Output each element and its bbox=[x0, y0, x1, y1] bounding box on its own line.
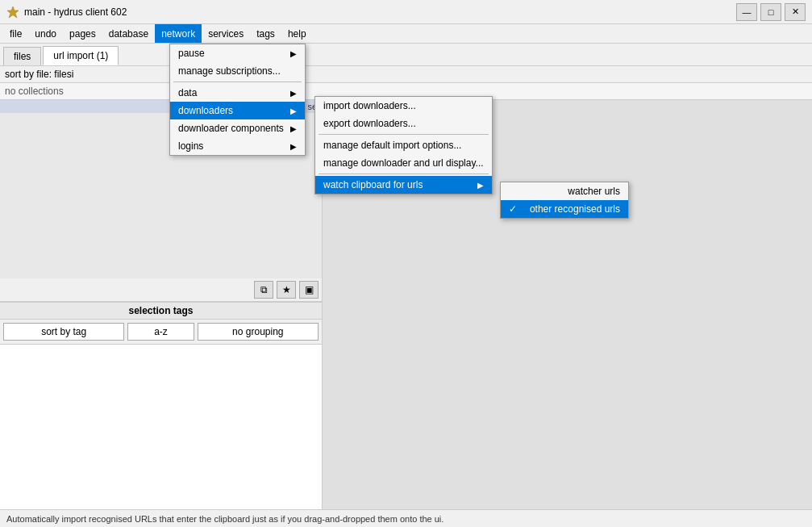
tag-sort-bar: sort by tag a-z no grouping bbox=[0, 320, 322, 345]
status-text: Automatically import recognised URLs tha… bbox=[6, 514, 443, 524]
tags-area bbox=[0, 345, 322, 510]
tab-files[interactable]: files bbox=[3, 47, 41, 65]
selection-tags-header: selection tags bbox=[0, 302, 322, 320]
menu-pages[interactable]: pages bbox=[63, 24, 102, 43]
az-button[interactable]: a-z bbox=[127, 323, 194, 341]
menu-file[interactable]: file bbox=[3, 24, 28, 43]
tab-url-import[interactable]: url import (1) bbox=[43, 46, 119, 65]
icon-bar: ⧉ ★ ▣ bbox=[0, 278, 322, 302]
title-bar: main - hydrus client 602 — □ ✕ bbox=[0, 0, 812, 24]
star-button[interactable]: ★ bbox=[277, 281, 296, 299]
menu-help[interactable]: help bbox=[281, 24, 313, 43]
svg-marker-0 bbox=[7, 6, 19, 18]
minimize-button[interactable]: — bbox=[736, 3, 757, 21]
title-bar-left: main - hydrus client 602 bbox=[6, 6, 127, 19]
close-button[interactable]: ✕ bbox=[785, 3, 806, 21]
window-title: main - hydrus client 602 bbox=[24, 6, 127, 18]
app-icon bbox=[6, 6, 19, 19]
status-bar: Automatically import recognised URLs tha… bbox=[0, 509, 812, 527]
file-list-area bbox=[0, 113, 322, 278]
collections-bar: no collections bbox=[0, 83, 812, 100]
menu-services[interactable]: services bbox=[202, 24, 250, 43]
layout-button[interactable]: ▣ bbox=[299, 281, 319, 299]
title-bar-controls: — □ ✕ bbox=[736, 3, 806, 21]
menu-network[interactable]: network bbox=[155, 24, 202, 43]
menu-tags[interactable]: tags bbox=[250, 24, 281, 43]
menu-bar: file undo pages database network service… bbox=[0, 24, 812, 44]
right-panel bbox=[323, 100, 812, 509]
sel-label: se bbox=[0, 100, 322, 113]
sort-bar: sort by file: filesi bbox=[0, 66, 812, 83]
maximize-button[interactable]: □ bbox=[760, 3, 781, 21]
no-grouping-button[interactable]: no grouping bbox=[198, 323, 319, 341]
sort-by-tag-button[interactable]: sort by tag bbox=[3, 323, 124, 341]
copy-button[interactable]: ⧉ bbox=[254, 281, 273, 299]
left-panel: se ⧉ ★ ▣ selection tags sort by tag a-z … bbox=[0, 100, 323, 509]
sort-label: sort by file: filesi bbox=[5, 69, 73, 80]
collections-label: no collections bbox=[5, 86, 64, 97]
menu-undo[interactable]: undo bbox=[28, 24, 63, 43]
main-content: se ⧉ ★ ▣ selection tags sort by tag a-z … bbox=[0, 100, 812, 509]
menu-database[interactable]: database bbox=[102, 24, 155, 43]
tabs-bar: files url import (1) bbox=[0, 44, 812, 66]
